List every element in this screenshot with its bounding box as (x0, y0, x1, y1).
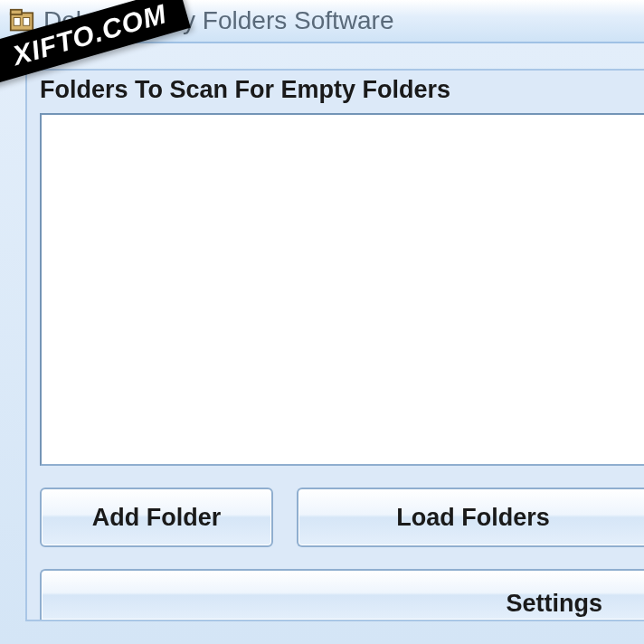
group-label: Folders To Scan For Empty Folders (27, 71, 644, 113)
app-window: Del Empty Folders Software Folders To Sc… (0, 0, 644, 644)
svg-rect-2 (14, 18, 20, 26)
folders-listbox[interactable] (40, 113, 644, 466)
svg-rect-3 (24, 18, 30, 26)
button-row: Add Folder Load Folders (27, 488, 644, 569)
folders-group: Folders To Scan For Empty Folders Add Fo… (25, 69, 644, 621)
client-area: Folders To Scan For Empty Folders Add Fo… (0, 43, 644, 644)
add-folder-button[interactable]: Add Folder (40, 488, 273, 547)
svg-rect-1 (11, 10, 22, 14)
load-folders-button[interactable]: Load Folders (297, 488, 644, 547)
settings-button[interactable]: Settings (40, 569, 644, 620)
settings-row: Settings (27, 569, 644, 620)
